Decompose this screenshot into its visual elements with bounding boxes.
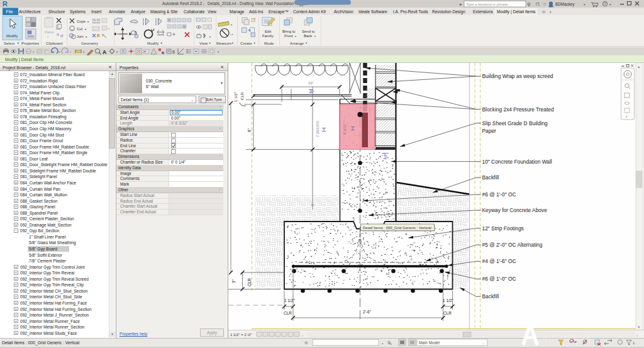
svg-text:Content Admin Kit: Content Admin Kit <box>293 9 326 14</box>
svg-text:Autodesk Revit 2018.2 -: Autodesk Revit 2018.2 - <box>162 1 204 6</box>
svg-text:Backfill: Backfill <box>482 293 499 300</box>
svg-text:1 1/2": 1 1/2" <box>284 298 295 303</box>
svg-text:#5 @ 2'-0" OC Alternating: #5 @ 2'-0" OC Alternating <box>482 242 543 248</box>
svg-text:8": 8" <box>247 128 252 132</box>
svg-text:Insert: Insert <box>91 9 101 14</box>
svg-text:CLR: CLR <box>247 278 252 286</box>
svg-text:Structure: Structure <box>48 9 65 14</box>
svg-text:Collaborate: Collaborate <box>184 9 205 14</box>
svg-text:▸: ▸ <box>460 2 462 6</box>
svg-text:3": 3" <box>231 279 236 283</box>
svg-text:Add-Ins: Add-Ins <box>249 9 264 14</box>
svg-text:?: ? <box>604 2 606 6</box>
svg-text:10" Concrete Foundation Wall: 10" Concrete Foundation Wall <box>482 159 552 165</box>
svg-text:Systems: Systems <box>70 9 86 14</box>
svg-text:Detail Items : 000_Grid Generi: Detail Items : 000_Grid Generic : Vertic… <box>2 340 80 345</box>
svg-text:8: 8 <box>172 50 175 54</box>
svg-text:Bring to: Bring to <box>282 30 296 33</box>
svg-text:12" Strip Footings: 12" Strip Footings <box>482 225 524 232</box>
svg-text:Architecture: Architecture <box>19 9 41 14</box>
svg-text:CLR: CLR <box>443 311 452 315</box>
svg-text:Mode: Mode <box>264 41 274 45</box>
svg-text:Analyze: Analyze <box>131 9 146 14</box>
svg-text:1 1/2": 1 1/2" <box>233 92 238 102</box>
svg-text:I.A. Pro-Revit Tools: I.A. Pro-Revit Tools <box>393 9 428 14</box>
svg-text:Arrange: Arrange <box>290 41 304 45</box>
svg-text:1 1/2" = 1'-0": 1 1/2" = 1'-0" <box>230 333 252 337</box>
svg-text:Join: Join <box>77 35 84 38</box>
svg-text:Main Model: Main Model <box>419 340 440 345</box>
svg-text:▾: ▾ <box>314 35 316 38</box>
svg-text:‹: ‹ <box>302 334 303 337</box>
svg-text:⚙: ⚙ <box>304 340 308 345</box>
svg-text:Extensions: Extensions <box>473 9 494 14</box>
svg-text:Revolution Design: Revolution Design <box>432 9 465 14</box>
svg-text:☆: ☆ <box>543 2 547 6</box>
svg-text:7 203/256: 7 203/256 <box>316 121 319 137</box>
svg-text:Manage: Manage <box>230 9 245 14</box>
svg-text:Enscape™: Enscape™ <box>269 9 289 14</box>
svg-text:Detail Items : 000_Grid Generi: Detail Items : 000_Grid Generic : Vertic… <box>363 226 431 230</box>
svg-text:Paper: Paper <box>482 128 497 134</box>
svg-text:▲: ▲ <box>637 65 640 69</box>
svg-text:Massing & Site: Massing & Site <box>150 9 178 14</box>
svg-text:#4 @ 1'-6" OC: #4 @ 1'-6" OC <box>482 258 516 264</box>
svg-text:Select: Select <box>4 41 14 45</box>
svg-text:⊙: ⊙ <box>542 9 545 14</box>
svg-text:Send to: Send to <box>302 30 315 33</box>
svg-text:Edit: Edit <box>265 30 272 33</box>
svg-text:Modify: Modify <box>147 41 159 45</box>
svg-text:CLR: CLR <box>240 92 244 100</box>
svg-text:Backfill: Backfill <box>482 174 499 181</box>
svg-text:Ideate Software: Ideate Software <box>358 9 387 14</box>
svg-text:Create: Create <box>240 41 252 45</box>
svg-text:Paste: Paste <box>45 30 54 34</box>
svg-text:AUTODESK: AUTODESK <box>542 334 592 342</box>
svg-text:▾: ▾ <box>295 35 296 38</box>
svg-text:Measure: Measure <box>216 41 232 45</box>
svg-text:ArchVision: ArchVision <box>334 9 353 14</box>
svg-text:10": 10" <box>308 81 314 85</box>
svg-text:Front: Front <box>284 34 293 38</box>
svg-text:View: View <box>208 9 216 14</box>
svg-text:#6 @ 1'-0" OC: #6 @ 1'-0" OC <box>482 276 516 282</box>
svg-text:Back: Back <box>304 34 313 38</box>
svg-text:Modify | Detail Items: Modify | Detail Items <box>5 57 44 62</box>
svg-text:BDMackey: BDMackey <box>555 2 575 7</box>
svg-text:Slip Sheet Grade D Building: Slip Sheet Grade D Building <box>482 120 548 126</box>
svg-text:⌄: ⌄ <box>482 341 484 345</box>
svg-text:⚲: ⚲ <box>527 2 531 8</box>
svg-text:A: A <box>103 49 106 55</box>
svg-text:Family: Family <box>262 34 274 38</box>
svg-text:Blocking 2x4 Pressure Treated: Blocking 2x4 Pressure Treated <box>482 106 554 113</box>
svg-text:Annotate: Annotate <box>109 9 125 14</box>
svg-text:Building Wrap as weep screed: Building Wrap as weep screed <box>482 73 553 79</box>
svg-text:Geometry: Geometry <box>81 41 99 45</box>
svg-text:R: R <box>3 0 8 8</box>
svg-text:Cope: Cope <box>77 20 86 23</box>
svg-text:Modify | Detail Items: Modify | Detail Items <box>497 9 536 14</box>
svg-text:Clipboard: Clipboard <box>46 41 63 45</box>
svg-text:2'-6": 2'-6" <box>363 310 372 314</box>
svg-text:CLR: CLR <box>284 311 292 315</box>
svg-text:Properties: Properties <box>21 41 39 45</box>
svg-text:Cut: Cut <box>77 27 82 31</box>
svg-text:☈: ☈ <box>536 2 540 6</box>
svg-text:8 3/32": 8 3/32" <box>343 123 347 135</box>
svg-text:View: View <box>199 41 208 45</box>
svg-text:Keyway for Concrete Above: Keyway for Concrete Above <box>482 207 548 213</box>
svg-text:Modify: Modify <box>6 33 18 38</box>
svg-text:Details_2018.rvt - Drafting Vi: Details_2018.rvt - Drafting View: Wall F… <box>208 1 308 6</box>
svg-text:File: File <box>6 9 13 14</box>
svg-text:#6 @ 1'-0" OC: #6 @ 1'-0" OC <box>482 191 516 198</box>
svg-text:Type a keyword or phrase: Type a keyword or phrase <box>466 3 508 6</box>
svg-text:1 1/2": 1 1/2" <box>443 298 453 303</box>
